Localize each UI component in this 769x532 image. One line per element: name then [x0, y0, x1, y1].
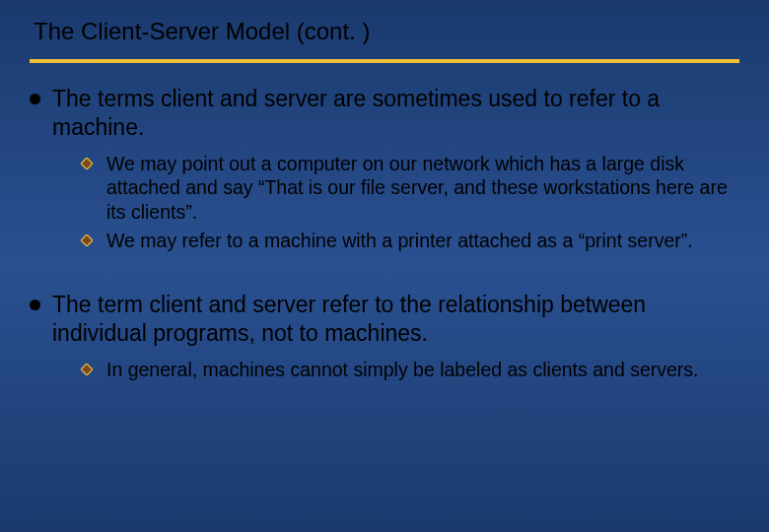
bullet-level2: We may refer to a machine with a printer…	[81, 229, 739, 253]
bullet-level2: In general, machines cannot simply be la…	[81, 358, 739, 382]
title-divider	[30, 59, 739, 63]
diamond-icon	[81, 158, 93, 169]
svg-marker-1	[81, 234, 93, 246]
sub-bullet-text: We may refer to a machine with a printer…	[106, 229, 693, 253]
sub-bullet-text: In general, machines cannot simply be la…	[106, 358, 699, 382]
diamond-icon	[81, 364, 93, 375]
bullet-level1: The terms client and server are sometime…	[30, 85, 739, 142]
diamond-icon	[81, 234, 93, 246]
sub-bullet-group: We may point out a computer on our netwo…	[81, 152, 739, 254]
bullet-level1: The term client and server refer to the …	[30, 291, 739, 348]
sub-bullet-group: In general, machines cannot simply be la…	[81, 358, 739, 382]
bullet-level2: We may point out a computer on our netwo…	[81, 152, 739, 226]
svg-marker-2	[81, 364, 93, 375]
bullet-text: The term client and server refer to the …	[52, 291, 739, 348]
svg-marker-0	[81, 158, 93, 169]
sub-bullet-text: We may point out a computer on our netwo…	[106, 152, 739, 226]
bullet-dot-icon	[30, 299, 40, 310]
bullet-dot-icon	[30, 94, 40, 104]
slide: The Client-Server Model (cont. ) The ter…	[0, 0, 769, 532]
bullet-text: The terms client and server are sometime…	[52, 85, 739, 142]
slide-title: The Client-Server Model (cont. )	[34, 18, 739, 45]
